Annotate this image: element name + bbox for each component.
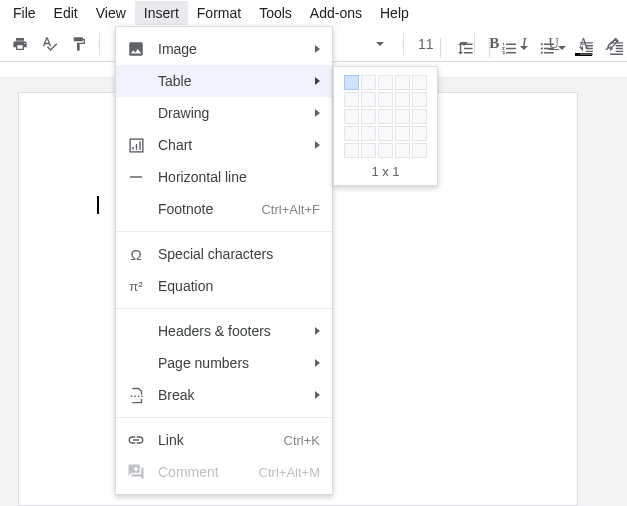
menu-item-label: Link <box>158 432 284 448</box>
chart-icon <box>126 135 146 155</box>
table-picker-cell[interactable] <box>395 92 410 107</box>
table-picker-cell[interactable] <box>344 126 359 141</box>
submenu-arrow-icon <box>315 359 320 367</box>
menu-separator <box>116 308 332 309</box>
link-icon <box>126 430 146 450</box>
comment-icon <box>126 462 146 482</box>
table-picker-cell[interactable] <box>378 126 393 141</box>
increase-indent-icon <box>608 40 625 57</box>
paint-format-button[interactable] <box>65 30 93 58</box>
table-picker-cell[interactable] <box>378 92 393 107</box>
menu-item-special-characters[interactable]: Ω Special characters <box>116 238 332 270</box>
menu-item-label: Special characters <box>158 246 320 262</box>
image-icon <box>126 39 146 59</box>
menu-item-label: Headers & footers <box>158 323 315 339</box>
table-picker-grid[interactable] <box>344 75 427 158</box>
submenu-arrow-icon <box>315 109 320 117</box>
menu-item-label: Page numbers <box>158 355 315 371</box>
menu-item-headers-footers[interactable]: Headers & footers <box>116 315 332 347</box>
menubar: File Edit View Insert Format Tools Add-o… <box>0 0 627 26</box>
menubar-format[interactable]: Format <box>188 1 250 25</box>
toolbar-separator <box>489 38 490 58</box>
menu-item-label: Equation <box>158 278 320 294</box>
menu-separator <box>116 417 332 418</box>
menu-item-label: Break <box>158 387 315 403</box>
toolbar-right-group <box>436 30 627 66</box>
spellcheck-button[interactable] <box>36 30 64 58</box>
decrease-indent-icon <box>578 40 595 57</box>
increase-indent-button[interactable] <box>602 34 627 62</box>
menu-item-label: Footnote <box>158 201 261 217</box>
menubar-help[interactable]: Help <box>371 1 418 25</box>
menu-item-footnote[interactable]: Footnote Ctrl+Alt+F <box>116 193 332 225</box>
menubar-edit[interactable]: Edit <box>45 1 87 25</box>
menu-item-shortcut: Ctrl+Alt+M <box>259 465 320 480</box>
table-picker-cell[interactable] <box>412 126 427 141</box>
toolbar-separator <box>403 34 404 54</box>
menu-item-label: Drawing <box>158 105 315 121</box>
table-picker-cell[interactable] <box>344 109 359 124</box>
insert-menu-dropdown: Image Table Drawing Chart Horizontal lin… <box>115 26 333 495</box>
menu-item-equation[interactable]: π² Equation <box>116 270 332 302</box>
menu-item-table[interactable]: Table <box>116 65 332 97</box>
menu-item-label: Image <box>158 41 315 57</box>
pi-icon: π² <box>126 276 146 296</box>
toolbar-separator <box>99 34 100 54</box>
font-family-dropdown[interactable] <box>363 30 397 58</box>
line-spacing-icon <box>457 40 474 57</box>
table-picker-cell[interactable] <box>361 109 376 124</box>
menu-item-image[interactable]: Image <box>116 33 332 65</box>
table-picker-cell[interactable] <box>361 143 376 158</box>
table-picker-cell[interactable] <box>412 109 427 124</box>
menu-item-drawing[interactable]: Drawing <box>116 97 332 129</box>
menu-item-horizontal-line[interactable]: Horizontal line <box>116 161 332 193</box>
bulleted-list-button[interactable] <box>534 34 570 62</box>
menu-item-link[interactable]: Link Ctrl+K <box>116 424 332 456</box>
menu-item-chart[interactable]: Chart <box>116 129 332 161</box>
table-picker-cell[interactable] <box>344 75 359 90</box>
table-picker-cell[interactable] <box>378 109 393 124</box>
table-picker-cell[interactable] <box>395 126 410 141</box>
submenu-arrow-icon <box>315 141 320 149</box>
caret-down-icon <box>520 46 528 50</box>
submenu-arrow-icon <box>315 327 320 335</box>
menu-item-page-numbers[interactable]: Page numbers <box>116 347 332 379</box>
table-picker-cell[interactable] <box>412 75 427 90</box>
decrease-indent-button[interactable] <box>572 34 600 62</box>
menu-separator <box>116 231 332 232</box>
table-picker-cell[interactable] <box>361 92 376 107</box>
submenu-arrow-icon <box>315 391 320 399</box>
table-picker-cell[interactable] <box>344 92 359 107</box>
numbered-list-icon <box>501 40 518 57</box>
bulleted-list-icon <box>539 40 556 57</box>
numbered-list-button[interactable] <box>496 34 532 62</box>
paint-roller-icon <box>71 36 87 52</box>
submenu-arrow-icon <box>315 77 320 85</box>
horizontal-line-icon <box>126 167 146 187</box>
table-picker-cell[interactable] <box>378 75 393 90</box>
print-icon <box>12 36 28 52</box>
line-spacing-button[interactable] <box>447 34 483 62</box>
menubar-file[interactable]: File <box>4 1 45 25</box>
table-picker-cell[interactable] <box>412 143 427 158</box>
table-picker-cell[interactable] <box>344 143 359 158</box>
menu-item-label: Horizontal line <box>158 169 320 185</box>
menu-item-break[interactable]: Break <box>116 379 332 411</box>
table-picker-size-label: 1 x 1 <box>344 158 427 179</box>
table-picker-cell[interactable] <box>395 109 410 124</box>
table-size-picker: 1 x 1 <box>333 66 438 186</box>
table-picker-cell[interactable] <box>361 75 376 90</box>
table-picker-cell[interactable] <box>395 143 410 158</box>
table-picker-cell[interactable] <box>378 143 393 158</box>
menubar-tools[interactable]: Tools <box>250 1 301 25</box>
menubar-insert[interactable]: Insert <box>135 1 188 25</box>
table-picker-cell[interactable] <box>395 75 410 90</box>
menubar-addons[interactable]: Add-ons <box>301 1 371 25</box>
caret-down-icon <box>558 46 566 50</box>
menu-item-shortcut: Ctrl+Alt+F <box>261 202 320 217</box>
table-picker-cell[interactable] <box>412 92 427 107</box>
submenu-arrow-icon <box>315 45 320 53</box>
menubar-view[interactable]: View <box>87 1 135 25</box>
print-button[interactable] <box>6 30 34 58</box>
table-picker-cell[interactable] <box>361 126 376 141</box>
